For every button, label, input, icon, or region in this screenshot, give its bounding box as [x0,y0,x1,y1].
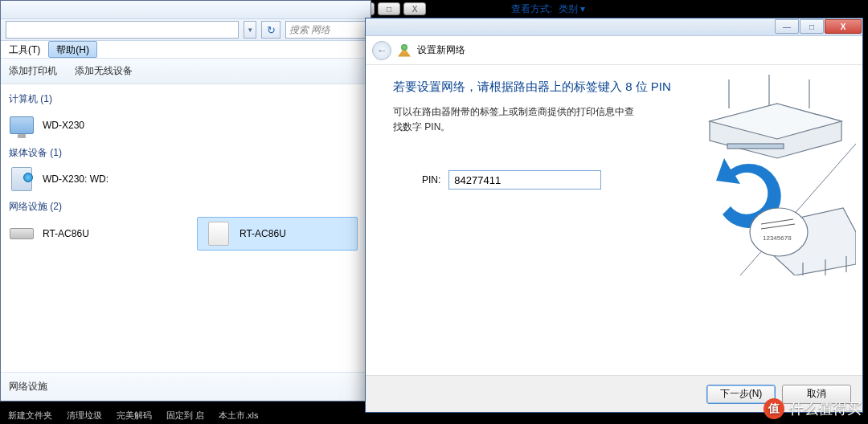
media-device-icon [9,166,35,192]
status-text: 网络设施 [9,380,47,393]
router-icon [9,221,35,247]
search-input[interactable]: 搜索 网络 [285,21,366,39]
svg-text:12345678: 12345678 [763,234,792,242]
taskbar-item[interactable]: 清理垃圾 [67,410,102,422]
cmd-add-wireless[interactable]: 添加无线设备 [75,64,133,78]
dialog-titlebar[interactable]: — □ X [366,18,862,36]
command-bar: 添加打印机 添加无线设备 [1,59,371,84]
device-icon [206,221,231,247]
back-button[interactable]: ← [372,41,391,60]
monitor-icon [9,112,35,138]
group-computers[interactable]: 计算机 (1) [1,88,371,109]
dialog-body: 若要设置网络，请根据路由器上的标签键入 8 位 PIN 可以在路由器附带的标签上… [366,65,862,375]
svg-rect-3 [727,144,784,149]
router-item-1[interactable]: RT-AC86U [1,217,194,251]
router-illustration: 12345678 [682,75,856,275]
taskbar-items: 新建文件夹 清理垃圾 完美解码 固定到 启 本土市.xls [8,410,259,422]
media-item-label: WD-X230: WD: [43,173,108,185]
group-media[interactable]: 媒体设备 (1) [1,141,371,163]
address-dropdown[interactable]: ▾ [244,21,256,39]
computer-item[interactable]: WD-X230 [1,109,371,141]
dialog-minimize-button[interactable]: — [775,19,799,34]
address-bar: ▾ ↻ 搜索 网络 [1,18,371,41]
dialog-header-title: 设置新网络 [417,43,465,57]
status-bar: 网络设施 [1,372,371,401]
router-item-2[interactable]: RT-AC86U [197,217,358,251]
cmd-add-printer[interactable]: 添加打印机 [9,64,57,78]
taskbar-item[interactable]: 新建文件夹 [8,410,52,422]
menu-tools[interactable]: 工具(T) [1,41,48,58]
taskbar-item[interactable]: 完美解码 [117,410,152,422]
watermark-badge-icon: 值 [764,398,784,419]
router-item-1-label: RT-AC86U [43,228,89,239]
taskbar-item[interactable]: 固定到 启 [166,410,204,422]
view-mode-value[interactable]: 类别 ▾ [559,3,585,14]
setup-network-dialog: — □ X ← 设置新网络 若要设置网络，请根据路由器上的标签键入 8 位 PI… [365,18,863,413]
bg-close-button[interactable]: X [403,2,426,15]
dialog-description: 可以在路由器附带的标签上或制造商提供的打印信息中查找数字 PIN。 [393,104,642,135]
explorer-titlebar[interactable] [1,1,371,18]
computer-item-label: WD-X230 [43,120,84,131]
watermark-text: 什么值得买 [789,399,862,418]
taskbar-item[interactable]: 本土市.xls [219,410,259,422]
address-box[interactable] [6,21,239,39]
media-item[interactable]: WD-X230: WD: [1,163,371,195]
network-setup-icon [398,44,411,57]
dialog-maximize-button[interactable]: □ [800,19,824,34]
svg-point-5 [750,208,808,256]
pin-input[interactable] [448,170,601,190]
view-mode-label: 查看方式: 类别 ▾ [511,2,585,16]
bg-maximize-button[interactable]: □ [378,2,400,15]
dialog-header: ← 设置新网络 [366,36,862,65]
refresh-button[interactable]: ↻ [261,21,280,39]
menu-help[interactable]: 帮助(H) [48,41,97,58]
view-mode-text: 查看方式: [511,3,552,14]
pin-label: PIN: [422,174,440,186]
watermark: 值 什么值得买 [764,398,862,419]
dialog-close-button[interactable]: X [825,19,862,34]
menu-bar: 工具(T) 帮助(H) [1,41,371,59]
network-explorer-window: ▾ ↻ 搜索 网络 工具(T) 帮助(H) 添加打印机 添加无线设备 计算机 (… [0,0,371,402]
router-item-2-label: RT-AC86U [240,228,286,239]
group-network[interactable]: 网络设施 (2) [1,195,371,217]
explorer-content: 计算机 (1) WD-X230 媒体设备 (1) WD-X230: WD: 网络… [1,84,371,254]
